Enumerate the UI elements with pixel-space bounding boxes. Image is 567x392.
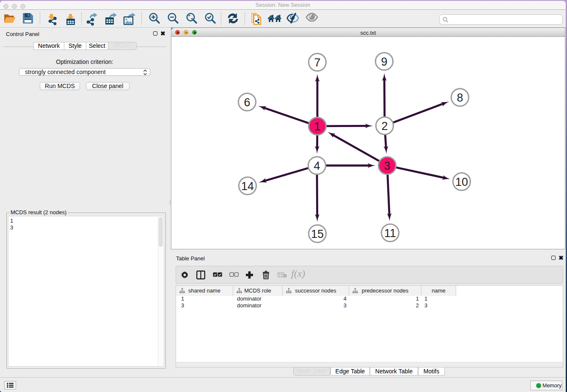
svg-text:3: 3 xyxy=(384,160,390,172)
svg-text:1: 1 xyxy=(314,120,320,133)
svg-text:8: 8 xyxy=(457,91,463,104)
svg-text:10: 10 xyxy=(455,176,468,188)
svg-text:4: 4 xyxy=(314,160,320,172)
svg-text:14: 14 xyxy=(241,180,254,193)
svg-text:7: 7 xyxy=(314,56,320,69)
svg-text:15: 15 xyxy=(311,228,324,240)
svg-text:6: 6 xyxy=(244,96,250,109)
svg-text:2: 2 xyxy=(381,120,388,133)
svg-text:11: 11 xyxy=(384,227,396,240)
svg-text:9: 9 xyxy=(381,55,387,68)
